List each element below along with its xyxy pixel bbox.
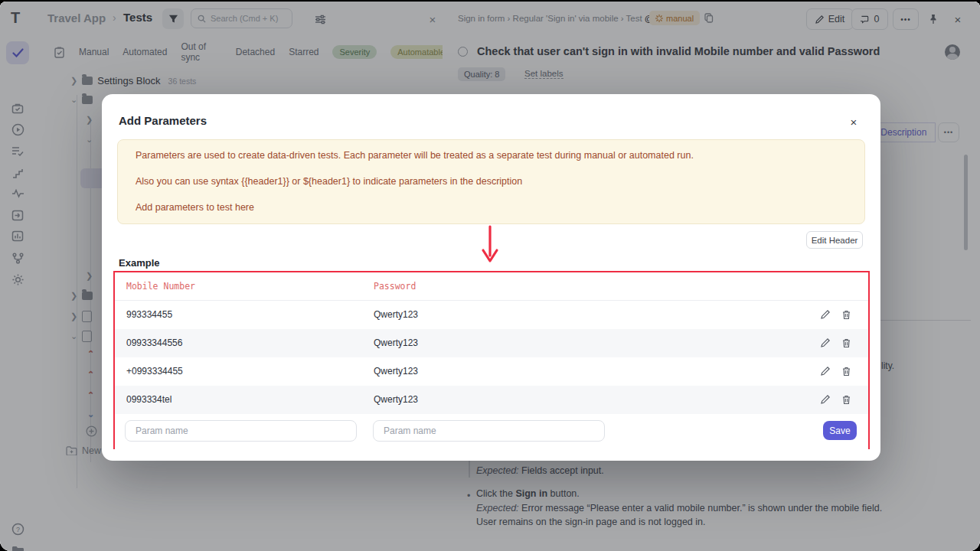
cell-password: Qwerty123 xyxy=(374,366,418,377)
table-row: +0993334455 Qwerty123 xyxy=(115,357,868,386)
modal-title: Add Parameters xyxy=(119,114,207,127)
edit-header-button[interactable]: Edit Header xyxy=(806,231,863,249)
example-label: Example xyxy=(119,257,159,269)
cell-mobile: 993334455 xyxy=(126,309,172,320)
info-line-3: Add parameters to test here xyxy=(136,202,254,213)
table-header-row: Mobile Number Password xyxy=(115,272,868,301)
table-row: 0993334tel Qwerty123 xyxy=(115,386,868,414)
cell-password: Qwerty123 xyxy=(374,337,418,348)
cell-password: Qwerty123 xyxy=(374,394,418,405)
cell-mobile: 0993334tel xyxy=(126,394,172,405)
delete-row-icon[interactable] xyxy=(840,393,852,406)
parameters-info-box: Parameters are used to create data-drive… xyxy=(117,139,865,224)
column-header-password: Password xyxy=(374,281,416,292)
app-window: T Travel App › Tests Search (Cmd + K) × xyxy=(0,2,980,551)
param-name-input-2[interactable] xyxy=(373,420,605,442)
edit-row-icon[interactable] xyxy=(819,393,831,406)
annotation-arrow-down-icon xyxy=(480,225,500,265)
delete-row-icon[interactable] xyxy=(840,337,852,349)
delete-row-icon[interactable] xyxy=(840,365,852,377)
save-button[interactable]: Save xyxy=(823,421,857,440)
cell-mobile: 09933344556 xyxy=(126,337,182,348)
column-header-mobile: Mobile Number xyxy=(126,281,195,292)
delete-row-icon[interactable] xyxy=(840,308,852,321)
cell-mobile: +0993334455 xyxy=(126,366,183,377)
add-parameter-row: Save xyxy=(115,415,868,449)
info-line-2: Also you can use syntax {{header1}} or $… xyxy=(136,176,522,187)
cell-password: Qwerty123 xyxy=(374,309,418,320)
param-name-input-1[interactable] xyxy=(125,420,357,442)
edit-row-icon[interactable] xyxy=(819,337,831,349)
parameters-table: Mobile Number Password 993334455 Qwerty1… xyxy=(113,271,870,449)
modal-close-icon[interactable]: × xyxy=(845,113,862,130)
info-line-1: Parameters are used to create data-drive… xyxy=(136,150,694,161)
edit-row-icon[interactable] xyxy=(819,365,831,377)
edit-row-icon[interactable] xyxy=(819,308,831,321)
table-row: 09933344556 Qwerty123 xyxy=(115,329,868,357)
table-row: 993334455 Qwerty123 xyxy=(115,301,868,329)
